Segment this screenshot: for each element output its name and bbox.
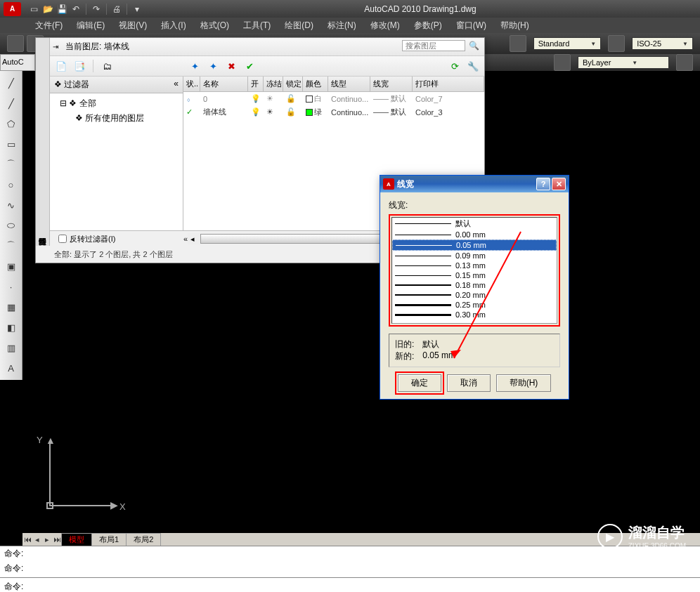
tab-model[interactable]: 模型 [61,533,92,546]
panel-vertical-title: 图层特性管理器 [36,38,50,246]
new-group-icon[interactable]: ✦ [206,59,220,73]
polygon-icon[interactable]: ⬠ [1,114,21,133]
ellipse-icon[interactable]: ⬭ [1,216,21,235]
spline-icon[interactable]: ∿ [1,195,21,215]
redo-icon[interactable]: ↷ [90,3,103,15]
tab-layout2[interactable]: 布局2 [126,533,161,546]
help-button[interactable]: 帮助(H) [496,374,552,392]
block-icon[interactable]: ▣ [1,256,21,276]
command-area[interactable]: 命令: 命令: 命令: [0,546,700,592]
lineweight-item[interactable]: 0.05 mm [392,239,557,251]
dim-style-icon[interactable] [608,35,625,52]
text-style-icon[interactable] [510,35,526,52]
refresh-icon[interactable]: ⟳ [448,59,462,73]
new-layer-freeze-icon[interactable]: 📑 [72,59,86,73]
ok-button[interactable]: 确定 [398,374,441,392]
region-icon[interactable]: ◧ [1,317,21,337]
layer-row[interactable]: ✓ 墙体线 💡 ☀ 🔓 绿 Continuo... —— 默认 Color_3 [183,105,484,119]
menu-format[interactable]: 格式(O) [193,20,236,32]
new-icon[interactable]: ▭ [27,3,40,15]
new-filter-icon[interactable]: ✦ [188,59,202,73]
circle-icon[interactable]: ○ [1,175,21,195]
ribbon-tool-icon[interactable] [7,35,24,52]
layer-states-icon[interactable]: 🗂 [100,59,114,73]
layer-row[interactable]: ⬨ 0 💡 ☀ 🔓 白 Continuo... —— 默认 Color_7 [183,92,484,105]
polyline-icon[interactable]: ╱ [1,93,21,113]
lineweight-item[interactable]: 0.25 mm [392,300,557,310]
lineweight-item[interactable]: 0.20 mm [392,290,557,300]
tree-root[interactable]: ⊟ ❖ 全部 [53,96,180,111]
lineweight-item[interactable]: 0.09 mm [392,251,557,261]
point-icon[interactable]: · [1,277,21,296]
new-layer-icon[interactable]: 📄 [54,59,68,73]
menu-window[interactable]: 窗口(W) [449,20,493,32]
search-input[interactable] [402,40,465,51]
print-icon[interactable]: 🖨 [110,3,123,15]
menu-help[interactable]: 帮助(H) [493,20,536,32]
help-icon[interactable]: ? [536,178,550,190]
lineweight-item[interactable]: 0.13 mm [392,261,557,270]
ribbon-tool-icon[interactable] [676,54,693,71]
color-icon[interactable] [554,54,571,71]
lineweight-item[interactable]: 0.30 mm [392,310,557,320]
menu-params[interactable]: 参数(P) [407,20,449,32]
text-icon[interactable]: A [1,358,21,378]
list-label: 线宽: [389,199,560,211]
text-style-dropdown[interactable]: Standard [533,37,602,50]
rectangle-icon[interactable]: ▭ [1,134,21,154]
next-tab-icon[interactable]: ▸ [42,535,52,544]
line-icon[interactable]: ╱ [1,73,21,93]
col-name[interactable]: 名称 [200,77,248,91]
col-on[interactable]: 开 [248,77,264,91]
lineweight-item[interactable]: 默认 [392,218,557,230]
col-status[interactable]: 状.. [183,77,200,91]
cancel-button[interactable]: 取消 [447,374,491,392]
invert-filter-checkbox[interactable] [58,235,67,243]
undo-icon[interactable]: ↶ [70,3,82,15]
delete-layer-icon[interactable]: ✖ [224,59,238,73]
col-color[interactable]: 颜色 [303,77,328,91]
dialog-titlebar[interactable]: A 线宽 ? ✕ [380,176,569,192]
first-tab-icon[interactable]: ⏮ [22,535,32,544]
open-icon[interactable]: 📂 [41,3,54,15]
lineweight-list[interactable]: 默认0.00 mm0.05 mm0.09 mm0.13 mm0.15 mm0.1… [391,217,557,324]
filter-header: 过滤器 [64,79,89,89]
lineweight-item[interactable]: 0.18 mm [392,280,557,290]
lineweight-item[interactable]: 0.15 mm [392,270,557,280]
menu-tools[interactable]: 工具(T) [236,20,278,32]
col-lock[interactable]: 锁定 [283,77,303,91]
app-icon: A [383,178,394,190]
arc-icon[interactable]: ⌒ [1,154,21,174]
menu-view[interactable]: 视图(V) [112,20,154,32]
menu-edit[interactable]: 编辑(E) [70,20,112,32]
menu-draw[interactable]: 绘图(D) [278,20,320,32]
menu-file[interactable]: 文件(F) [28,20,70,32]
tree-sub[interactable]: ❖ 所有使用的图层 [53,111,180,126]
search-icon[interactable]: 🔍 [467,41,480,53]
bylayer-dropdown[interactable]: ByLayer [578,56,669,69]
layer-toolbar: 📄 📑 🗂 ✦ ✦ ✖ ✔ ⟳ 🔧 [50,56,484,77]
menu-insert[interactable]: 插入(I) [154,20,193,32]
col-freeze[interactable]: 冻结 [264,77,283,91]
dim-style-dropdown[interactable]: ISO-25 [632,37,693,50]
ellipse-arc-icon[interactable]: ⌒ [1,236,21,256]
cmd-input[interactable]: 命令: [0,579,700,592]
app-logo[interactable]: A [4,2,21,16]
table-icon[interactable]: ▥ [1,338,21,357]
menu-dimension[interactable]: 标注(N) [320,20,363,32]
save-icon[interactable]: 💾 [56,3,68,15]
set-current-icon[interactable]: ✔ [242,59,257,73]
dropdown-icon[interactable]: ▾ [131,3,143,15]
close-icon[interactable]: ✕ [552,178,566,190]
last-tab-icon[interactable]: ⏭ [52,535,62,544]
col-plot[interactable]: 打印样 [413,77,484,91]
pin-icon[interactable]: ⇥ [53,43,58,51]
col-lineweight[interactable]: 线宽 [370,77,413,91]
hatch-icon[interactable]: ▦ [1,297,21,317]
lineweight-item[interactable]: 0.00 mm [392,230,557,239]
tab-layout1[interactable]: 布局1 [91,533,127,546]
settings-icon[interactable]: 🔧 [466,59,480,73]
col-linetype[interactable]: 线型 [328,77,370,91]
prev-tab-icon[interactable]: ◂ [32,535,42,544]
menu-modify[interactable]: 修改(M) [363,20,407,32]
